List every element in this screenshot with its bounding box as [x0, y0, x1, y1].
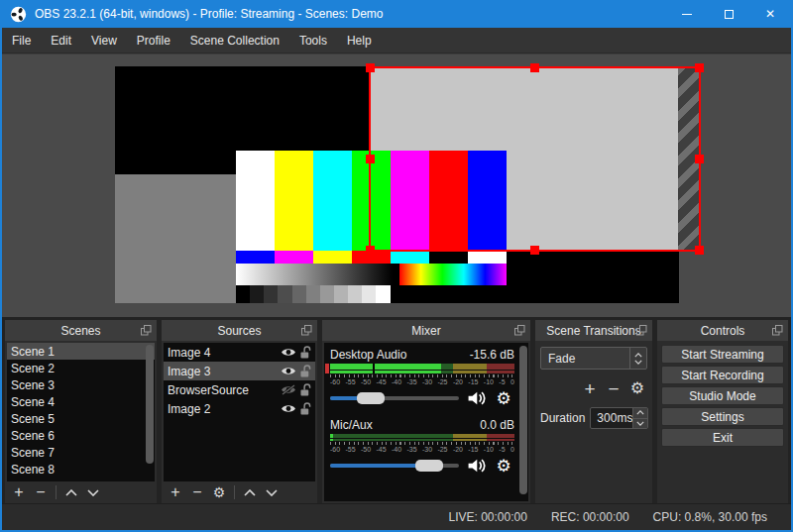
scene-item[interactable]: Scene 1 [7, 343, 155, 360]
duration-decrease-button[interactable] [632, 419, 647, 429]
studio-mode-button[interactable]: Studio Mode [661, 386, 784, 405]
settings-button[interactable]: Settings [661, 407, 784, 426]
duration-value: 300ms [591, 411, 632, 425]
lock-open-icon[interactable] [300, 365, 311, 377]
detach-panel-icon[interactable] [301, 325, 312, 336]
detach-panel-icon[interactable] [636, 325, 647, 336]
gear-icon: ⚙ [496, 456, 510, 477]
resize-handle-bottom-right[interactable] [695, 246, 704, 255]
transition-selected-value: Fade [541, 352, 629, 366]
menu-profile[interactable]: Profile [127, 28, 180, 53]
visibility-eye-icon[interactable] [281, 366, 296, 376]
preview-canvas[interactable] [2, 53, 791, 317]
close-button[interactable]: ✕ [749, 0, 791, 28]
chevron-up-icon [65, 489, 77, 496]
rec-time: REC: 00:00:00 [551, 510, 629, 524]
volume-slider[interactable] [330, 392, 459, 404]
volume-slider[interactable] [330, 460, 459, 472]
scene-item[interactable]: Scene 3 [7, 376, 155, 393]
duration-spinbox[interactable]: 300ms [590, 407, 648, 429]
duration-increase-button[interactable] [632, 408, 647, 419]
controls-header: Controls [657, 320, 788, 341]
scene-item[interactable]: Scene 7 [7, 444, 155, 461]
lock-open-icon[interactable] [300, 402, 311, 415]
mixer-panel: Mixer Desktop Audio -15.6 dB -6 [322, 320, 530, 503]
meter-tick-marks [330, 442, 514, 445]
detach-panel-icon[interactable] [514, 325, 525, 336]
volume-slider-thumb[interactable] [415, 460, 443, 472]
resize-handle-mid-left[interactable] [366, 155, 375, 163]
minimize-button[interactable] [666, 0, 708, 28]
transition-properties-button[interactable]: ⚙ [627, 378, 647, 398]
resize-handle-top-left[interactable] [366, 63, 375, 72]
chevron-down-icon [634, 360, 642, 365]
menu-bar: File Edit View Profile Scene Collection … [2, 28, 791, 53]
transition-select[interactable]: Fade [540, 347, 647, 370]
scene-transitions-panel: Scene Transitions Fade + − ⚙ Durat [535, 320, 652, 503]
scene-item[interactable]: Scene 5 [7, 410, 155, 427]
add-source-button[interactable]: + [166, 482, 185, 502]
visibility-eye-icon[interactable] [281, 347, 296, 358]
scene-item[interactable]: Scene 2 [7, 360, 155, 376]
remove-transition-button[interactable]: − [604, 378, 623, 398]
move-scene-down-button[interactable] [83, 482, 103, 502]
remove-scene-button[interactable]: − [31, 482, 51, 502]
menu-tools[interactable]: Tools [289, 28, 337, 53]
selection-bounding-box[interactable] [369, 66, 701, 252]
source-item[interactable]: BrowserSource [164, 380, 315, 399]
detach-panel-icon[interactable] [772, 325, 783, 336]
chevron-up-icon [244, 489, 256, 496]
maximize-icon [725, 10, 734, 19]
resize-handle-top-center[interactable] [530, 63, 539, 72]
toolbar-separator [234, 485, 235, 499]
source-item[interactable]: Image 4 [164, 343, 315, 362]
source-properties-button[interactable]: ⚙ [209, 482, 229, 502]
track-name: Desktop Audio [330, 348, 406, 362]
source-gray-rect [115, 174, 237, 303]
scene-item[interactable]: Scene 8 [7, 461, 155, 478]
menu-file[interactable]: File [2, 28, 41, 53]
mixer-scrollbar[interactable] [519, 346, 527, 494]
add-scene-button[interactable]: + [9, 482, 29, 502]
scene-item[interactable]: Scene 9 [7, 478, 155, 481]
remove-source-button[interactable]: − [187, 482, 207, 502]
combo-spinner[interactable] [629, 348, 646, 369]
transitions-title: Scene Transitions [546, 324, 640, 338]
start-streaming-button[interactable]: Start Streaming [661, 345, 784, 364]
menu-scene-collection[interactable]: Scene Collection [180, 28, 289, 53]
source-item[interactable]: Image 2 [164, 399, 315, 418]
scenes-scrollbar[interactable] [146, 345, 154, 464]
chevron-up-icon [636, 410, 644, 415]
menu-view[interactable]: View [81, 28, 127, 53]
scene-item[interactable]: Scene 6 [7, 427, 155, 444]
resize-handle-bottom-center[interactable] [530, 246, 539, 255]
status-bar: LIVE: 00:00:00 REC: 00:00:00 CPU: 0.8%, … [2, 503, 791, 530]
lock-open-icon[interactable] [300, 383, 311, 396]
chevron-up-icon [634, 353, 642, 358]
menu-help[interactable]: Help [337, 28, 382, 53]
scene-item[interactable]: Scene 4 [7, 393, 155, 410]
volume-slider-thumb[interactable] [357, 392, 385, 404]
move-scene-up-button[interactable] [61, 482, 81, 502]
menu-edit[interactable]: Edit [41, 28, 81, 53]
mute-speaker-button[interactable] [465, 389, 487, 407]
lock-open-icon[interactable] [300, 346, 311, 359]
mute-speaker-button[interactable] [465, 457, 487, 475]
detach-panel-icon[interactable] [141, 325, 152, 336]
sources-list: Image 4 Image 3 BrowserSource [164, 343, 315, 481]
source-item[interactable]: Image 3 [164, 362, 315, 380]
resize-handle-mid-right[interactable] [695, 155, 704, 163]
move-source-up-button[interactable] [240, 482, 260, 502]
start-recording-button[interactable]: Start Recording [661, 366, 784, 384]
visibility-eye-icon[interactable] [281, 403, 296, 414]
maximize-button[interactable] [708, 0, 749, 28]
transitions-body: Fade + − ⚙ Duration 300ms [535, 341, 652, 435]
audio-settings-button[interactable]: ⚙ [493, 389, 514, 407]
visibility-eye-off-icon[interactable] [281, 384, 296, 395]
resize-handle-top-right[interactable] [695, 63, 704, 72]
move-source-down-button[interactable] [262, 482, 282, 502]
audio-settings-button[interactable]: ⚙ [493, 457, 514, 475]
resize-handle-bottom-left[interactable] [366, 246, 375, 255]
add-transition-button[interactable]: + [580, 378, 600, 398]
exit-button[interactable]: Exit [661, 428, 784, 447]
